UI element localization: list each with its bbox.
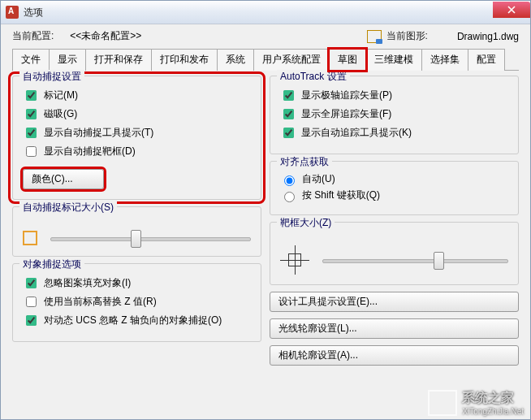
drawing-icon <box>367 30 382 43</box>
titlebar: 选项 <box>1 1 530 24</box>
snap-tooltip-label: 显示自动捕捉工具提示(T) <box>44 126 153 140</box>
options-dialog: 选项 当前配置: <<未命名配置>> 当前图形: Drawing1.dwg 文件… <box>0 0 531 420</box>
snap-tooltip-input[interactable] <box>26 128 37 138</box>
tab-selection[interactable]: 选择集 <box>421 49 468 71</box>
slider-thumb[interactable] <box>434 252 444 270</box>
marker-size-title: 自动捕捉标记大小(S) <box>19 201 117 214</box>
auto-radio-input[interactable] <box>284 175 295 186</box>
tab-system[interactable]: 系统 <box>217 49 254 71</box>
autotrack-group: AutoTrack 设置 显示极轴追踪矢量(P) 显示全屏追踪矢量(F) 显示自… <box>270 76 519 154</box>
drawing-label: 当前图形: <box>386 29 428 43</box>
info-row: 当前配置: <<未命名配置>> 当前图形: Drawing1.dwg <box>1 24 530 48</box>
fullscreen-label: 显示全屏追踪矢量(F) <box>301 107 391 121</box>
tab-plot[interactable]: 打印和发布 <box>151 49 218 71</box>
aperture-box-label: 显示自动捕捉靶框(D) <box>44 145 136 158</box>
ignore-neg-z-checkbox[interactable]: 对动态 UCS 忽略 Z 轴负向的对象捕捉(O) <box>23 313 251 328</box>
magnet-checkbox[interactable]: 磁吸(G) <box>23 106 251 122</box>
marker-checkbox[interactable]: 标记(M) <box>23 88 251 103</box>
polar-label: 显示极轴追踪矢量(P) <box>301 89 392 102</box>
replace-z-label: 使用当前标高替换 Z 值(R) <box>44 295 157 309</box>
tab-user-prefs[interactable]: 用户系统配置 <box>253 49 330 71</box>
replace-z-input[interactable] <box>26 297 37 307</box>
magnet-label: 磁吸(G) <box>44 107 77 121</box>
tab-drafting[interactable]: 草图 <box>329 49 366 71</box>
profile-value: <<未命名配置>> <box>70 29 200 43</box>
autosnap-title: 自动捕捉设置 <box>19 70 84 84</box>
track-tooltip-input[interactable] <box>283 128 294 138</box>
marker-size-group: 自动捕捉标记大小(S) <box>12 206 261 257</box>
tab-display[interactable]: 显示 <box>49 49 86 71</box>
marker-size-slider[interactable] <box>50 230 251 246</box>
slider-track <box>50 237 251 241</box>
aperture-preview-icon <box>280 245 309 275</box>
fullscreen-checkbox[interactable]: 显示全屏追踪矢量(F) <box>280 106 508 122</box>
right-column: AutoTrack 设置 显示极轴追踪矢量(P) 显示全屏追踪矢量(F) 显示自… <box>270 76 519 366</box>
watermark-brand: 系统之家 <box>462 390 524 407</box>
shift-radio-input[interactable] <box>284 192 295 202</box>
drawing-value: Drawing1.dwg <box>457 31 519 42</box>
snap-options-group: 对象捕捉选项 忽略图案填充对象(I) 使用当前标高替换 Z 值(R) 对动态 U… <box>12 263 261 342</box>
watermark-url: XiTongZhiJia.Net <box>462 407 524 416</box>
aperture-size-title: 靶框大小(Z) <box>277 216 335 230</box>
alignment-title: 对齐点获取 <box>277 155 332 169</box>
magnet-input[interactable] <box>26 109 37 119</box>
marker-input[interactable] <box>26 90 37 101</box>
close-button[interactable] <box>493 2 530 18</box>
autosnap-group: 自动捕捉设置 标记(M) 磁吸(G) 显示自动捕捉工具提示(T) 显示自动捕捉靶… <box>12 76 261 200</box>
tab-file[interactable]: 文件 <box>12 49 50 71</box>
shift-radio-label: 按 Shift 键获取(Q) <box>302 188 380 202</box>
snap-options-title: 对象捕捉选项 <box>19 258 84 271</box>
aperture-box-input[interactable] <box>26 146 37 157</box>
close-icon <box>507 6 516 14</box>
aperture-size-slider[interactable] <box>322 252 508 268</box>
autotrack-title: AutoTrack 设置 <box>277 70 350 84</box>
tab-3d[interactable]: 三维建模 <box>365 49 422 71</box>
ignore-hatch-input[interactable] <box>26 278 37 288</box>
ignore-neg-z-label: 对动态 UCS 忽略 Z 轴负向的对象捕捉(O) <box>44 314 222 327</box>
colors-button[interactable]: 颜色(C)... <box>23 169 104 189</box>
aperture-size-group: 靶框大小(Z) <box>270 222 519 285</box>
ignore-neg-z-input[interactable] <box>26 315 37 326</box>
snap-tooltip-checkbox[interactable]: 显示自动捕捉工具提示(T) <box>23 125 251 141</box>
watermark: 系统之家 XiTongZhiJia.Net <box>428 390 524 416</box>
camera-glyph-button[interactable]: 相机轮廓设置(A)... <box>270 345 519 366</box>
panel: 自动捕捉设置 标记(M) 磁吸(G) 显示自动捕捉工具提示(T) 显示自动捕捉靶… <box>1 71 530 370</box>
aperture-box-checkbox[interactable]: 显示自动捕捉靶框(D) <box>23 144 251 159</box>
slider-track <box>322 259 508 263</box>
marker-preview-icon <box>23 231 37 245</box>
marker-label: 标记(M) <box>44 89 78 102</box>
fullscreen-input[interactable] <box>283 109 294 119</box>
watermark-icon <box>428 390 457 416</box>
tab-open-save[interactable]: 打开和保存 <box>85 49 152 71</box>
design-tooltip-button[interactable]: 设计工具提示设置(E)... <box>270 292 519 312</box>
profile-label: 当前配置: <box>12 29 54 43</box>
ignore-hatch-label: 忽略图案填充对象(I) <box>44 276 131 290</box>
replace-z-checkbox[interactable]: 使用当前标高替换 Z 值(R) <box>23 294 251 310</box>
track-tooltip-label: 显示自动追踪工具提示(K) <box>301 126 412 140</box>
alignment-group: 对齐点获取 自动(U) 按 Shift 键获取(Q) <box>270 161 519 215</box>
polar-checkbox[interactable]: 显示极轴追踪矢量(P) <box>280 88 508 103</box>
shift-radio[interactable]: 按 Shift 键获取(Q) <box>280 188 508 202</box>
auto-radio[interactable]: 自动(U) <box>280 172 508 186</box>
left-column: 自动捕捉设置 标记(M) 磁吸(G) 显示自动捕捉工具提示(T) 显示自动捕捉靶… <box>12 76 261 366</box>
light-glyph-button[interactable]: 光线轮廓设置(L)... <box>270 318 519 339</box>
app-icon <box>6 6 19 19</box>
ignore-hatch-checkbox[interactable]: 忽略图案填充对象(I) <box>23 275 251 291</box>
polar-input[interactable] <box>283 90 294 101</box>
tab-profiles[interactable]: 配置 <box>468 49 505 71</box>
track-tooltip-checkbox[interactable]: 显示自动追踪工具提示(K) <box>280 125 508 141</box>
tabs: 文件 显示 打开和保存 打印和发布 系统 用户系统配置 草图 三维建模 选择集 … <box>12 48 519 71</box>
window-title: 选项 <box>24 6 493 19</box>
slider-thumb[interactable] <box>131 230 141 248</box>
auto-radio-label: 自动(U) <box>302 172 335 186</box>
